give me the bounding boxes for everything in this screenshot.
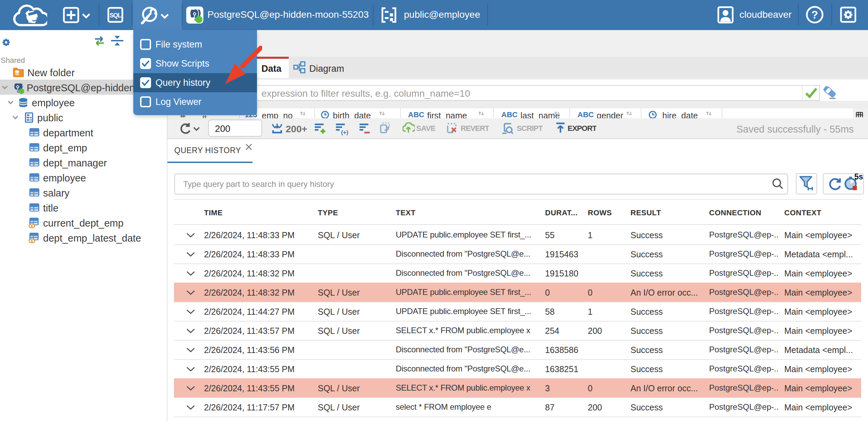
svg-text:SQL: SQL bbox=[110, 12, 122, 19]
svg-text:(+): (+) bbox=[341, 129, 348, 135]
svg-text:?: ? bbox=[811, 9, 818, 21]
